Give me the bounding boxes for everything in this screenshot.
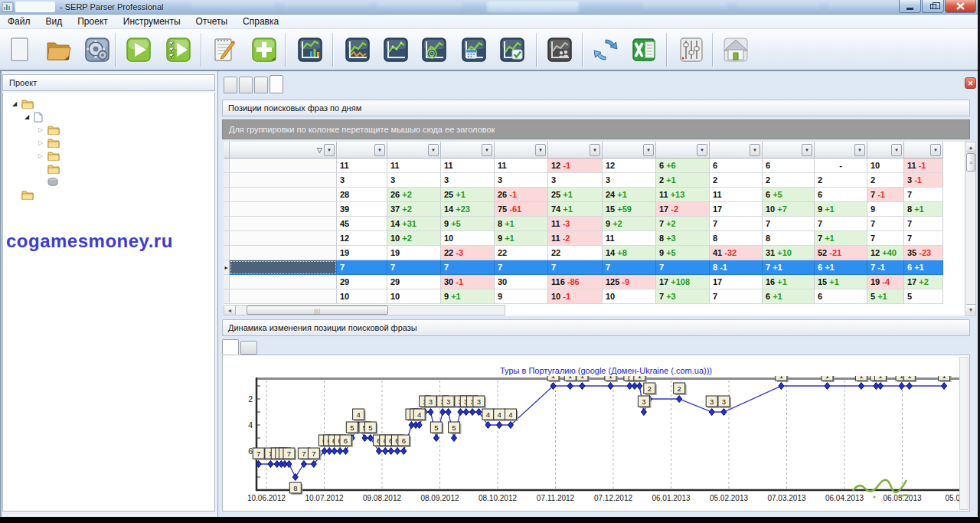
position-cell[interactable]: - <box>815 159 867 173</box>
position-cell[interactable]: 9+5 <box>441 217 495 231</box>
position-cell[interactable]: 10+2 <box>387 231 441 246</box>
position-cell[interactable]: 16+1 <box>763 275 815 289</box>
position-cell[interactable]: 2 <box>763 173 815 188</box>
position-cell[interactable]: 10 <box>337 289 387 304</box>
position-cell[interactable]: 11 <box>710 188 763 202</box>
position-cell[interactable]: 31+10 <box>763 246 815 260</box>
column-dropdown-icon[interactable]: ▼ <box>643 144 654 156</box>
position-cell[interactable]: 7 <box>867 231 904 246</box>
position-cell[interactable]: 6 <box>763 159 815 173</box>
column-dropdown-icon[interactable]: ▼ <box>750 144 760 156</box>
dynamics-tab-1[interactable] <box>240 341 257 355</box>
position-cell[interactable]: 14+8 <box>603 246 656 260</box>
tree-item-1[interactable]: ◢ <box>23 110 47 123</box>
position-cell[interactable]: 7-1 <box>867 188 904 202</box>
tree-item-7[interactable] <box>11 188 38 201</box>
position-cell[interactable]: 28 <box>337 188 387 202</box>
position-cell[interactable]: 12+40 <box>867 246 904 260</box>
tree-item-2[interactable]: ▷ <box>37 123 64 136</box>
position-cell[interactable]: 17 <box>710 202 763 217</box>
position-cell[interactable]: 22-3 <box>441 246 495 260</box>
position-cell[interactable]: 7 <box>337 260 387 275</box>
expander-closed-icon[interactable]: ▷ <box>37 152 44 159</box>
position-cell[interactable]: 12 <box>337 231 387 246</box>
position-cell[interactable]: 3 <box>387 173 441 188</box>
position-cell[interactable]: 8+1 <box>495 217 548 231</box>
column-header-date-11[interactable]: ▼ <box>904 142 943 159</box>
position-cell[interactable]: 22 <box>495 246 548 260</box>
scroll-left-arrow[interactable]: ◄ <box>224 306 236 315</box>
position-cell[interactable]: 6+1 <box>763 289 815 304</box>
restore-button[interactable] <box>922 0 944 13</box>
phrase-cell[interactable] <box>230 246 337 260</box>
column-header-phrase[interactable]: ▽▼ <box>230 142 337 159</box>
grid-row-2[interactable]: 2826+225+126-125+124+111+13116+567-17 <box>224 188 943 202</box>
position-cell[interactable]: 7-1 <box>867 260 904 275</box>
position-cell[interactable]: 7 <box>904 231 943 246</box>
expander-closed-icon[interactable]: ▷ <box>37 126 44 133</box>
scrollbar-thumb[interactable]: ≡ <box>966 153 975 172</box>
position-cell[interactable]: 45 <box>337 217 387 231</box>
position-cell[interactable]: 8 <box>710 231 763 246</box>
position-cell[interactable]: 3 <box>495 173 548 188</box>
position-cell[interactable]: 14+23 <box>441 202 495 217</box>
position-cell[interactable]: 7 <box>710 289 763 304</box>
column-dropdown-icon[interactable]: ▼ <box>891 144 902 156</box>
position-cell[interactable]: 7 <box>441 260 495 275</box>
column-dropdown-icon[interactable]: ▼ <box>374 144 385 156</box>
phrase-cell[interactable] <box>230 231 337 246</box>
close-button[interactable] <box>945 0 976 13</box>
position-cell[interactable]: 7 <box>548 260 603 275</box>
position-cell[interactable]: 26+2 <box>387 188 441 202</box>
tree-item-4[interactable]: ▷ <box>37 149 64 162</box>
column-header-date-3[interactable]: ▼ <box>495 142 548 159</box>
position-cell[interactable]: 7 <box>656 260 710 275</box>
position-cell[interactable]: 3 <box>548 173 603 188</box>
position-cell[interactable]: 9+1 <box>495 231 548 246</box>
run-selective-button[interactable] <box>162 32 194 67</box>
position-cell[interactable]: 8+1 <box>904 202 943 217</box>
dynamics-tab-0[interactable] <box>222 339 239 355</box>
column-header-date-9[interactable]: ▼ <box>815 142 867 159</box>
column-header-date-6[interactable]: ▼ <box>656 142 710 159</box>
position-cell[interactable]: 30 <box>495 275 548 289</box>
column-dropdown-icon[interactable]: ▼ <box>590 144 600 156</box>
tree-item-3[interactable]: ▷ <box>37 136 64 149</box>
grid-vertical-scrollbar[interactable]: ▲ ≡ ▼ <box>965 142 976 315</box>
column-dropdown-icon[interactable]: ▼ <box>697 144 707 156</box>
position-cell[interactable]: 7 <box>904 217 943 231</box>
phrase-cell[interactable] <box>230 202 337 217</box>
grid-row-6[interactable]: 191922-3222214+89+541-3231+1052-2112+403… <box>224 246 943 260</box>
position-cell[interactable]: 3 <box>603 173 656 188</box>
phrase-cell[interactable] <box>230 159 337 173</box>
position-cell[interactable]: 9+1 <box>441 289 495 304</box>
position-cell[interactable]: 10-1 <box>548 289 603 304</box>
grid-row-8[interactable]: 292930-130116-86125-917+1081716+115+119-… <box>224 275 943 289</box>
position-cell[interactable]: 11 <box>387 159 441 173</box>
grid-row-0[interactable]: 1111111112-1126+666-1011-1 <box>224 159 943 173</box>
new-project-button[interactable] <box>3 32 35 67</box>
position-cell[interactable]: 6+6 <box>656 159 710 173</box>
tree-item-5[interactable] <box>37 162 64 175</box>
minimize-button[interactable] <box>899 0 921 13</box>
position-cell[interactable]: 19 <box>337 246 387 260</box>
column-header-date-2[interactable]: ▼ <box>441 142 495 159</box>
position-cell[interactable]: 7 <box>904 188 943 202</box>
column-header-date-1[interactable]: ▼ <box>387 142 441 159</box>
position-cell[interactable]: 7+3 <box>656 289 710 304</box>
position-cell[interactable]: 7 <box>387 260 441 275</box>
position-cell[interactable]: 125-9 <box>603 275 656 289</box>
position-cell[interactable]: 11 <box>337 159 387 173</box>
position-cell[interactable]: 6 <box>710 159 763 173</box>
column-dropdown-icon[interactable]: ▼ <box>802 144 812 156</box>
column-header-date-5[interactable]: ▼ <box>603 142 656 159</box>
position-cell[interactable]: 7 <box>815 217 867 231</box>
position-cell[interactable]: 19-4 <box>867 275 904 289</box>
position-cell[interactable]: 39 <box>337 202 387 217</box>
position-cell[interactable]: 29 <box>337 275 387 289</box>
position-cell[interactable]: 8 <box>763 231 815 246</box>
expander-closed-icon[interactable]: ▷ <box>37 139 44 146</box>
position-cell[interactable]: 9 <box>495 289 548 304</box>
scroll-up-arrow[interactable]: ▲ <box>966 142 975 152</box>
phrase-cell[interactable] <box>230 289 337 304</box>
